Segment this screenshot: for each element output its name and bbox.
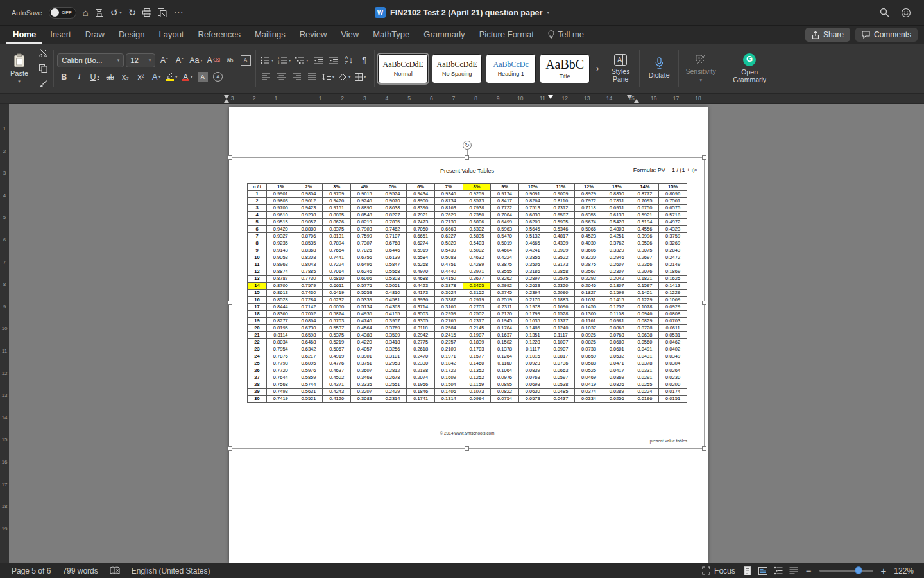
style-card-heading-1[interactable]: AaBbCcDcHeading 1 [486,54,536,83]
zoom-slider[interactable] [819,570,873,572]
subscript-button[interactable]: x₂ [119,70,132,84]
line-spacing-button[interactable]: ▾ [321,70,336,84]
zoom-out-button[interactable]: − [806,565,812,576]
tab-grammarly[interactable]: Grammarly [417,27,471,44]
tab-tell-me[interactable]: Tell me [542,27,590,44]
tab-design[interactable]: Design [112,27,151,44]
shrink-font-button[interactable]: Aˇ [173,53,186,67]
resize-handle-top-left[interactable] [228,155,232,160]
resize-handle-bottom-left[interactable] [228,446,232,451]
undo-button[interactable]: ↺▾ [110,7,122,19]
copy-button[interactable] [37,62,50,76]
tab-layout[interactable]: Layout [152,27,190,44]
redo-button[interactable]: ↻ [128,7,137,19]
cut-button[interactable] [37,46,50,60]
tab-draw[interactable]: Draw [79,27,111,44]
grow-font-button[interactable]: Aˆ [157,53,171,67]
zoom-in-button[interactable]: + [881,565,887,576]
center-tab-marker[interactable] [548,95,553,99]
tab-picture-format[interactable]: Picture Format [473,27,540,44]
autosave-toggle[interactable]: OFF [49,7,76,19]
character-shading-button[interactable]: A [196,70,209,84]
bullets-button[interactable]: ▾ [259,53,275,67]
style-card-normal[interactable]: AaBbCcDdENormal [378,54,428,83]
search-icon[interactable] [880,8,889,17]
enclose-characters-button[interactable]: A [211,70,225,84]
align-left-button[interactable] [259,70,273,84]
phonetic-guide-button[interactable]: äb [223,53,237,67]
font-size-select[interactable]: 12▾ [126,53,155,67]
right-margin-marker[interactable] [634,99,639,103]
outline-view-button[interactable] [774,566,783,575]
text-effects-button[interactable]: A▾ [150,70,163,84]
comments-button[interactable]: Comments [855,28,918,42]
character-border-button[interactable]: A [239,53,252,67]
print-button[interactable] [142,8,151,17]
document-title-area[interactable]: W FIN2102 Test 2 (April 21) question pap… [218,7,706,18]
justify-button[interactable] [305,70,319,84]
more-commands-button[interactable]: ⋯ [173,7,183,19]
styles-pane-button[interactable]: A Styles Pane [605,54,636,83]
increase-indent-button[interactable] [327,53,340,67]
numbering-button[interactable]: 123▾ [277,53,292,67]
tab-references[interactable]: References [192,27,247,44]
align-center-button[interactable] [275,70,288,84]
italic-button[interactable]: I [73,70,86,84]
style-card-title[interactable]: AaBbCTitle [540,54,590,83]
resize-handle-top-right[interactable] [702,155,706,160]
word-count[interactable]: 799 words [62,566,98,575]
borders-button[interactable]: ▾ [354,70,367,84]
zoom-percent[interactable]: 122% [894,566,914,575]
strikethrough-button[interactable]: ab [103,70,117,84]
resize-handle-middle-right[interactable] [702,301,706,305]
format-painter-button[interactable] [37,77,50,91]
underline-button[interactable]: U▾ [88,70,101,84]
language-indicator[interactable]: English (United States) [132,566,210,575]
multilevel-list-button[interactable]: ▾ [294,53,309,67]
feedback-smiley-icon[interactable] [901,8,911,18]
paste-button[interactable]: Paste ▾ [5,51,33,87]
draft-view-button[interactable] [789,567,798,575]
font-color-button[interactable]: A ▾ [180,70,194,84]
home-icon[interactable]: ⌂ [83,7,89,18]
show-paragraph-marks-button[interactable]: ¶ [357,53,371,67]
copy-style-button[interactable] [158,8,167,17]
change-case-button[interactable]: Aa▾ [188,53,203,67]
save-icon[interactable] [95,8,104,17]
tab-home[interactable]: Home [6,27,42,44]
page-indicator[interactable]: Page 5 of 6 [12,566,51,575]
web-layout-view-button[interactable] [758,566,767,575]
resize-handle-bottom-right[interactable] [702,446,706,451]
print-layout-view-button[interactable] [743,566,752,575]
document-page[interactable]: Present Value Tables Formula: PV = 1 / (… [229,107,708,563]
document-canvas[interactable]: Present Value Tables Formula: PV = 1 / (… [0,104,924,563]
dictate-button[interactable]: Dictate [643,57,675,79]
styles-gallery-expand-button[interactable]: › [593,54,602,83]
resize-handle-bottom-middle[interactable] [465,446,469,451]
tab-mailings[interactable]: Mailings [248,27,292,44]
font-name-select[interactable]: Calibri (Bo...▾ [57,53,124,67]
rotate-handle[interactable]: ↻ [463,141,472,150]
proofing-status-icon[interactable] [110,566,120,575]
sort-button[interactable]: AZ↓ [342,53,355,67]
resize-handle-middle-left[interactable] [228,301,232,305]
align-right-button[interactable] [290,70,304,84]
share-button[interactable]: Share [805,28,850,42]
highlight-color-button[interactable]: ▾ [165,70,178,84]
decrease-indent-button[interactable] [311,53,325,67]
tab-view[interactable]: View [334,27,365,44]
clear-formatting-button[interactable]: A⌫ [205,53,221,67]
hanging-indent-marker[interactable] [224,99,229,103]
sensitivity-button[interactable]: Sensitivity ▾ [682,54,719,82]
open-grammarly-button[interactable]: G Open Grammarly [726,53,773,83]
tab-mathtype[interactable]: MathType [366,27,416,44]
pv-table-image[interactable]: Present Value Tables Formula: PV = 1 / (… [231,159,703,448]
superscript-button[interactable]: x² [134,70,148,84]
focus-button[interactable]: Focus [702,566,735,575]
tab-insert[interactable]: Insert [44,27,78,44]
style-card-no-spacing[interactable]: AaBbCcDdENo Spacing [432,54,482,83]
bold-button[interactable]: B [57,70,71,84]
shading-button[interactable]: ▾ [338,70,352,84]
zoom-slider-thumb[interactable] [855,566,862,574]
resize-handle-top-middle[interactable] [465,155,469,160]
